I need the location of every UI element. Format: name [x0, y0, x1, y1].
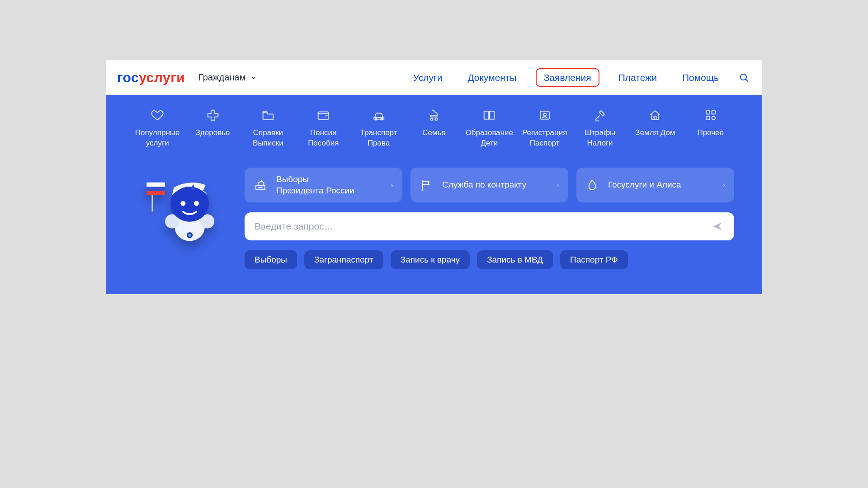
category-item[interactable]: СправкиВыписки — [242, 108, 294, 149]
chip[interactable]: Выборы — [245, 250, 297, 269]
chip[interactable]: Запись к врачу — [391, 250, 470, 269]
car-icon — [372, 108, 386, 123]
category-label: ОбразованиеДети — [466, 128, 513, 149]
mascot-illustration — [134, 168, 236, 269]
chevron-down-icon — [250, 74, 257, 81]
svg-point-22 — [194, 201, 199, 206]
nav-item[interactable]: Помощь — [676, 69, 725, 86]
category-label: РегистрацияПаспорт — [522, 128, 567, 149]
nav-item[interactable]: Документы — [461, 69, 523, 86]
category-row: ПопулярныеуслугиЗдоровьеСправкиВыпискиПе… — [131, 108, 737, 149]
promo-tile-label: ВыборыПрезидента России — [276, 174, 382, 196]
logo-part-2: услуги — [139, 70, 185, 85]
category-label: ПенсииПособия — [308, 128, 339, 149]
flag-icon — [419, 178, 434, 193]
hero-section: ПопулярныеуслугиЗдоровьеСправкиВыпискиПе… — [106, 95, 762, 294]
promo-tiles: ВыборыПрезидента РоссииСлужба по контрак… — [245, 168, 734, 202]
promo-tile-label: Служба по контракту — [442, 179, 547, 191]
chevron-right-icon — [722, 182, 726, 189]
heart-icon — [151, 108, 164, 123]
quick-chips: ВыборыЗагранпаспортЗапись к врачуЗапись … — [245, 250, 734, 269]
promo-tile-label: Госуслуги и Алиса — [608, 179, 713, 191]
search-icon[interactable] — [739, 72, 750, 83]
grid-icon — [704, 108, 717, 123]
id-card-icon — [538, 108, 552, 123]
category-item[interactable]: РегистрацияПаспорт — [519, 108, 571, 149]
logo-part-1: гос — [117, 70, 139, 85]
send-button[interactable] — [711, 220, 724, 233]
svg-point-21 — [180, 201, 185, 206]
logo[interactable]: госуслуги — [117, 70, 185, 85]
promo-tile[interactable]: Служба по контракту — [410, 168, 568, 202]
category-item[interactable]: Популярныеуслуги — [131, 108, 184, 149]
search-input[interactable] — [255, 221, 711, 232]
top-bar: госуслуги Гражданам УслугиДокументыЗаявл… — [106, 60, 762, 95]
category-item[interactable]: Семья — [408, 108, 460, 149]
category-item[interactable]: ШтрафыНалоги — [574, 108, 626, 149]
category-item[interactable]: Здоровье — [186, 108, 239, 149]
search-box — [245, 212, 734, 240]
category-label: Популярныеуслуги — [135, 128, 180, 149]
chevron-right-icon — [390, 182, 394, 189]
audience-selector[interactable]: Гражданам — [198, 72, 257, 83]
category-item[interactable]: ПенсииПособия — [297, 108, 349, 149]
audience-label: Гражданам — [198, 72, 245, 83]
category-item[interactable]: ОбразованиеДети — [463, 108, 515, 149]
svg-point-17 — [188, 234, 191, 236]
chip[interactable]: Загранпаспорт — [304, 250, 383, 269]
category-label: СправкиВыписки — [253, 128, 283, 149]
plus-medical-icon — [206, 108, 220, 123]
category-item[interactable]: ТранспортПрава — [352, 108, 405, 149]
stroller-icon — [427, 108, 441, 123]
main-nav: УслугиДокументыЗаявленияПлатежиПомощь — [407, 68, 725, 87]
drop-icon — [585, 178, 600, 193]
promo-tile[interactable]: Госуслуги и Алиса — [576, 168, 734, 202]
category-item[interactable]: Прочее — [684, 108, 737, 149]
chevron-right-icon — [556, 182, 560, 189]
category-label: Здоровье — [196, 128, 230, 138]
category-label: ШтрафыНалоги — [585, 128, 615, 149]
gavel-icon — [593, 108, 607, 123]
nav-item[interactable]: Платежи — [612, 69, 663, 86]
folder-icon — [261, 108, 275, 123]
category-label: Семья — [422, 128, 445, 138]
ballot-icon — [253, 178, 268, 193]
category-label: ТранспортПрава — [360, 128, 397, 149]
category-item[interactable]: Земля Дом — [629, 108, 681, 149]
book-icon — [482, 108, 496, 123]
chip[interactable]: Запись в МВД — [477, 250, 553, 269]
wallet-icon — [316, 108, 330, 123]
promo-tile[interactable]: ВыборыПрезидента России — [245, 168, 402, 202]
category-label: Земля Дом — [635, 128, 675, 138]
nav-item[interactable]: Заявления — [536, 68, 599, 87]
house-icon — [648, 108, 662, 123]
category-label: Прочее — [698, 128, 724, 138]
chip[interactable]: Паспорт РФ — [560, 250, 628, 269]
nav-item[interactable]: Услуги — [407, 69, 449, 86]
